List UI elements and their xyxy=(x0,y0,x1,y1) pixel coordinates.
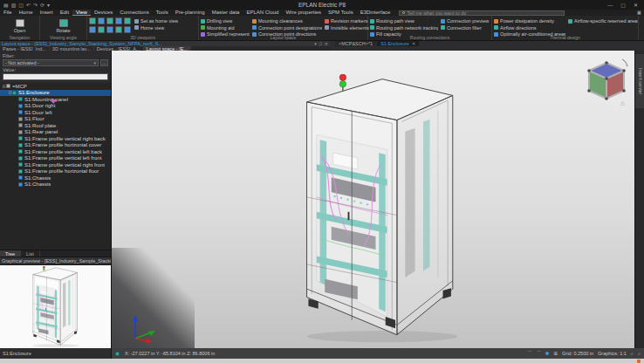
ribbon-tab-pre-planning[interactable]: Pre-planning xyxy=(172,10,209,16)
ribbon-tab-file[interactable]: File xyxy=(0,10,16,16)
open-button[interactable]: Open xyxy=(2,17,38,35)
airflow-directions-button[interactable]: Airflow directions xyxy=(494,25,565,31)
power-dissipation-density-button[interactable]: Power dissipation density xyxy=(494,18,565,24)
connection-preview-button[interactable]: Connection preview xyxy=(441,18,490,24)
customize-dropdown-icon[interactable]: ▾ xyxy=(47,1,50,10)
tree-item-s1-rear-panel[interactable]: S1:Rear panel xyxy=(0,129,111,136)
undo-icon[interactable]: ↶ xyxy=(26,1,31,10)
redo-icon[interactable]: ↷ xyxy=(33,1,38,10)
filter-more-button[interactable]: ... xyxy=(100,59,108,66)
tree-item-s1-frame-profile-vertical-left-front[interactable]: S1:Frame profile vertical left front xyxy=(0,155,111,162)
save-icon[interactable]: ◫ xyxy=(18,1,24,10)
snap-toggle-icon[interactable] xyxy=(545,352,549,355)
ribbon-display-options-icon[interactable]: ▣ xyxy=(637,10,644,16)
minimize-button[interactable]: — xyxy=(607,1,613,10)
ribbon-tab-view[interactable]: View xyxy=(72,10,91,16)
object-snap-icon[interactable]: ⌒ xyxy=(537,351,542,357)
view-tab-tree[interactable]: Tree xyxy=(0,250,21,257)
viewpoint-cube-icon-3[interactable] xyxy=(115,17,122,24)
tree-item-s1-frame-profile-vertical-left-back[interactable]: S1:Frame profile vertical left back xyxy=(0,148,111,155)
mounting-aid-button[interactable]: Mounting aid xyxy=(201,25,250,31)
ribbon-tab-devices[interactable]: Devices xyxy=(91,10,116,16)
profile-icon xyxy=(18,162,23,167)
ribbon-tab-master-data[interactable]: Master data xyxy=(209,10,243,16)
tree-item-label: S1:Enclosure xyxy=(18,90,50,95)
eplan-taskbar-icon[interactable] xyxy=(637,360,641,363)
ribbon-tab-home[interactable]: Home xyxy=(16,10,37,16)
insert-center-collapsed-tab[interactable]: Insert center xyxy=(635,54,644,108)
view-tab-list[interactable]: List xyxy=(21,250,40,257)
mounting-clearances-button[interactable]: Mounting clearances xyxy=(252,18,322,24)
document-tab-s1-enclosure[interactable]: S1:Enclosure✕ xyxy=(377,41,419,46)
viewpoint-cube-icon-4[interactable] xyxy=(124,17,131,24)
ribbon-tab-tools[interactable]: Tools xyxy=(153,10,172,16)
viewpoint-cube-icon-2[interactable] xyxy=(106,17,113,24)
tree-item-s1-frame-profile-vertical-right-back[interactable]: S1:Frame profile vertical right back xyxy=(0,135,111,142)
zoom-window-icon[interactable]: ⌕ xyxy=(638,351,641,357)
button-label: Mounting aid xyxy=(207,25,235,31)
viewpoint-cube-icon-8[interactable] xyxy=(115,26,122,33)
connection-point-designations-button[interactable]: Connection point designations xyxy=(252,25,322,31)
viewpoint-cube-icon-9[interactable] xyxy=(124,26,131,33)
tree-item-s1-door-right[interactable]: S1:Door right xyxy=(0,103,111,110)
routing-path-network-tracking-button[interactable]: Routing path network tracking xyxy=(370,25,438,31)
search-box[interactable]: Tell me what you want to do xyxy=(399,10,565,16)
invisible-elements-button[interactable]: Invisible elements xyxy=(325,25,369,31)
rotate-button[interactable]: Rotate xyxy=(42,17,85,35)
tree-item-s1-enclosure[interactable]: ⊟S1:Enclosure xyxy=(0,90,111,97)
tree-item-mcp[interactable]: ⊟=MCP xyxy=(0,83,111,90)
viewpoint-cube-icon-1[interactable] xyxy=(98,17,105,24)
routing-path-view-button[interactable]: Routing path view xyxy=(370,18,438,24)
drilling-view-button[interactable]: Drilling view xyxy=(201,18,250,24)
tree-item-s1-chassis[interactable]: S1:Chassis xyxy=(0,182,111,188)
grid-icon[interactable]: ⊞ xyxy=(553,351,558,356)
revision-markers-button[interactable]: Revision markers xyxy=(325,18,369,24)
enclosure-3d-model[interactable] xyxy=(300,74,464,345)
zoom-in-icon[interactable]: ⌕ xyxy=(631,351,634,357)
ribbon-tab-spm-tools[interactable]: SPM Tools xyxy=(325,10,357,16)
ribbon-tab-e3dinterface[interactable]: E3Dinterface xyxy=(357,10,394,16)
new-icon[interactable]: ▤ xyxy=(3,1,9,10)
airflow-specific-reserved-areas-button[interactable]: Airflow-specific reserved areas xyxy=(568,18,638,24)
tree-item-s1-frame-profile-horizontal-floor[interactable]: S1:Frame profile horizontal floor xyxy=(0,168,111,175)
tree-item-s1-frame-profile-horizontal-cover[interactable]: S1:Frame profile horizontal cover xyxy=(0,142,111,149)
layout-space-3d-viewport[interactable]: ⌂ xyxy=(112,51,634,348)
tree-item-label: S1:Frame profile vertical right back xyxy=(24,136,106,141)
tree-item-s1-floor[interactable]: S1:Floor xyxy=(0,116,111,123)
mounting-clearances-icon xyxy=(252,19,257,24)
filter-select[interactable]: - Not activated - ▾ xyxy=(3,59,99,66)
preview-title-bar[interactable]: Graphical preview - [ESS]_Industry_Sampl… xyxy=(0,257,111,264)
set-as-home-view-icon xyxy=(134,19,139,24)
value-input[interactable] xyxy=(3,73,108,80)
open-icon[interactable]: ▥ xyxy=(11,1,17,10)
close-button[interactable]: ✕ xyxy=(634,1,638,10)
view-cube[interactable]: ⌂ xyxy=(584,56,629,106)
graphical-preview-canvas[interactable] xyxy=(0,264,111,348)
button-label: Power dissipation density xyxy=(500,18,554,24)
ribbon-tab-edit[interactable]: Edit xyxy=(57,10,72,16)
ribbon-tab-insert[interactable]: Insert xyxy=(37,10,57,16)
viewpoint-cube-icon-0[interactable] xyxy=(89,17,96,24)
tree-item-label: S1:Frame profile vertical left front xyxy=(24,155,101,161)
button-label: Rotate xyxy=(56,28,70,33)
document-tab-mcp-sch-1[interactable]: <MCP&SCH>*1 xyxy=(335,41,376,46)
viewpoint-cube-icon-7[interactable] xyxy=(106,26,113,33)
maximize-button[interactable]: ▢ xyxy=(620,1,626,10)
tree-item-s1-chassis[interactable]: S1:Chassis xyxy=(0,175,111,182)
tree-item-s1-roof-plate[interactable]: S1:Roof plate xyxy=(0,122,111,129)
snap-icon[interactable]: ⌒ xyxy=(527,351,532,357)
connection-filter-button[interactable]: Connection filter xyxy=(441,25,490,31)
tree-item-label: S1:Chassis xyxy=(24,182,51,187)
ribbon-tab-connections[interactable]: Connections xyxy=(116,10,152,16)
close-icon[interactable]: ✕ xyxy=(412,41,416,46)
home-view-button[interactable]: Home view xyxy=(134,25,178,31)
viewpoint-cube-icon-5[interactable] xyxy=(89,26,96,33)
plate-icon xyxy=(18,117,23,121)
tree-item-s1-door-left[interactable]: S1:Door left xyxy=(0,109,111,116)
viewpoint-cube-icon-6[interactable] xyxy=(98,26,105,33)
set-as-home-view-button[interactable]: Set as home view xyxy=(134,18,178,24)
ribbon-tab-eplan-cloud[interactable]: EPLAN Cloud xyxy=(243,10,282,16)
tree-item-s1-frame-profile-vertical-right-front[interactable]: S1:Frame profile vertical right front xyxy=(0,161,111,168)
refresh-icon[interactable]: ⟳ xyxy=(40,1,45,10)
ribbon-tab-wire-properties[interactable]: Wire properties xyxy=(282,10,325,16)
